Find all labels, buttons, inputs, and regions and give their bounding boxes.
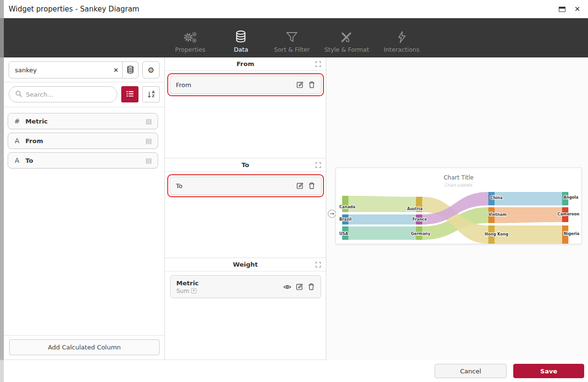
field-item-to[interactable]: A To ▤ <box>8 152 158 169</box>
sort-az-icon: AZ <box>147 90 155 99</box>
chart-preview-card: Chart Title Chart subtitle CanadaBrazilU… <box>335 168 582 244</box>
list-icon <box>126 90 134 99</box>
tab-data[interactable]: Data <box>223 29 259 53</box>
database-icon <box>235 29 247 44</box>
page-edge-dark-segment <box>0 18 4 57</box>
field-item-from[interactable]: A From ▤ <box>8 133 158 149</box>
text-type-icon: A <box>14 137 20 145</box>
page-edge-strip <box>0 0 4 382</box>
datasource-value: sankey <box>9 67 110 74</box>
sankey-node-label: Nigeria <box>564 232 579 236</box>
delete-icon[interactable] <box>308 182 315 190</box>
tab-interactions[interactable]: Interactions <box>383 29 420 53</box>
sankey-node-label: Brazil <box>339 217 352 222</box>
numeric-type-icon: # <box>14 117 20 125</box>
collapse-panel-arrow-icon[interactable]: → <box>328 210 336 218</box>
chip-label: To <box>176 182 296 190</box>
list-view-button[interactable] <box>121 86 138 102</box>
tab-label: Style & Format <box>324 46 369 53</box>
data-panels: From From <box>165 57 326 360</box>
clear-datasource-icon[interactable]: ✕ <box>110 67 122 74</box>
panel-weight-header: Weight <box>165 258 326 271</box>
panel-to: To To <box>165 158 326 258</box>
tab-label: Properties <box>175 46 205 53</box>
sankey-link <box>348 196 416 212</box>
edit-icon[interactable] <box>296 283 303 291</box>
expand-icon[interactable] <box>315 61 321 68</box>
gear-icon: ⚙ <box>148 66 154 75</box>
sankey-node-label: Canada <box>339 205 356 209</box>
save-button[interactable]: Save <box>513 364 584 378</box>
chip-label: From <box>176 81 296 89</box>
sankey-node-label: Hong Kong <box>484 232 508 236</box>
table-icon: ▤ <box>146 117 152 125</box>
fields-sidebar: sankey ✕ ⚙ <box>4 57 165 360</box>
expand-icon[interactable] <box>315 162 321 169</box>
panel-from: From From <box>165 57 326 158</box>
sankey-node-label: Vietnam <box>488 213 506 217</box>
field-name: From <box>25 137 140 145</box>
sankey-link <box>348 226 416 240</box>
tab-label: Interactions <box>384 46 419 53</box>
tab-label: Data <box>234 46 248 53</box>
tab-style-format[interactable]: Style & Format <box>324 29 369 53</box>
expand-icon[interactable] <box>315 262 321 269</box>
edit-icon[interactable] <box>296 81 304 89</box>
datasource-row: sankey ✕ ⚙ <box>4 57 164 82</box>
panel-to-header: To <box>165 158 326 172</box>
sankey-node <box>342 196 348 212</box>
tab-properties[interactable]: Properties <box>172 29 208 53</box>
dialog-footer: Cancel Save <box>4 360 588 382</box>
search-icon <box>15 90 22 99</box>
page-edge-light-segment <box>0 360 4 382</box>
panel-weight: Weight Metric Sum ▾ <box>165 258 326 298</box>
text-type-icon: A <box>14 157 20 164</box>
delete-icon[interactable] <box>308 283 315 291</box>
dialog-titlebar: Widget properties - Sankey Diagram ✕ <box>4 0 588 18</box>
datasource-input[interactable]: sankey ✕ <box>9 61 138 79</box>
weight-field-chip[interactable]: Metric Sum ▾ <box>170 275 321 298</box>
cancel-button[interactable]: Cancel <box>435 364 507 378</box>
chip-label: Metric <box>176 280 283 287</box>
tab-sort-filter[interactable]: Sort & Filter <box>274 29 310 53</box>
delete-icon[interactable] <box>308 81 315 89</box>
sankey-node-label: France <box>413 217 427 222</box>
search-input[interactable]: Search... <box>9 86 117 102</box>
field-item-metric[interactable]: # Metric ▤ <box>8 113 158 129</box>
panel-title: From <box>237 60 254 67</box>
datasource-database-icon[interactable] <box>123 66 138 74</box>
close-icon[interactable]: ✕ <box>574 6 580 13</box>
sankey-node-label: USA <box>339 232 348 236</box>
aggregation-label: Sum <box>176 288 189 294</box>
preview-panel: → Chart Title Chart subtitle CanadaBrazi… <box>326 57 588 365</box>
field-list: # Metric ▤ A From ▤ A To ▤ <box>4 107 164 169</box>
edit-icon[interactable] <box>296 182 304 190</box>
to-field-chip[interactable]: To <box>170 177 322 195</box>
sankey-node-label: Angola <box>564 195 578 200</box>
from-field-chip[interactable]: From <box>170 76 322 94</box>
datasource-settings-button[interactable]: ⚙ <box>142 61 160 79</box>
funnel-icon <box>286 29 298 44</box>
panel-title: To <box>242 161 249 169</box>
sankey-node-label: China <box>490 196 502 200</box>
aggregation-dropdown-icon[interactable]: ▾ <box>191 288 196 293</box>
maximize-icon[interactable] <box>559 7 565 12</box>
search-placeholder: Search... <box>26 91 53 98</box>
tab-label: Sort & Filter <box>274 46 310 53</box>
panel-title: Weight <box>233 261 258 268</box>
search-row: Search... AZ <box>4 82 164 107</box>
widget-properties-dialog: Widget properties - Sankey Diagram ✕ Pro… <box>4 0 588 382</box>
sankey-node-label: Cameroon <box>557 212 579 216</box>
sankey-link <box>495 192 562 205</box>
gears-icon <box>183 29 197 44</box>
sort-button[interactable]: AZ <box>142 86 160 102</box>
add-calculated-column-button[interactable]: Add Calculated Column <box>9 339 160 355</box>
sankey-node-label: Germany <box>411 232 430 236</box>
dialog-toolbar: Properties Data Sort & Filter <box>4 18 588 57</box>
highlight-outline: To <box>167 174 324 197</box>
sankey-link <box>348 214 416 225</box>
panel-from-header: From <box>165 57 326 71</box>
visibility-icon[interactable] <box>283 284 291 290</box>
field-name: To <box>25 157 140 164</box>
sankey-node-label: Austria <box>407 207 423 211</box>
